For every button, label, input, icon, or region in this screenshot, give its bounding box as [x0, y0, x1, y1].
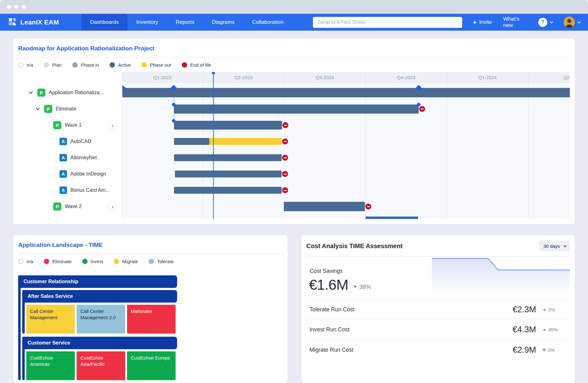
gantt-bar[interactable] — [209, 138, 282, 145]
gantt-bar[interactable] — [284, 202, 365, 211]
legend-dot-icon — [114, 259, 119, 264]
application-card-custechoe-americas[interactable]: CustEchoe Americas — [26, 351, 75, 380]
chevron-down-icon[interactable] — [29, 90, 33, 94]
cost-row-delta: 30% — [543, 327, 570, 332]
trend-up-icon — [543, 329, 546, 331]
cost-savings-delta: 38% — [353, 283, 371, 293]
landscape-legend: n/aEliminateInvestMigrateTolerate — [18, 254, 283, 268]
tab-inventory[interactable]: Inventory — [127, 14, 167, 31]
sort-button[interactable]: ↓ — [108, 120, 117, 130]
tree-row-autocad[interactable]: AAutoCAD — [18, 133, 122, 150]
avatar — [564, 17, 575, 28]
landscape-subgroup-customer-service: Customer ServiceCustEchoe AmericasCustEc… — [22, 337, 177, 380]
tab-diagrams[interactable]: Diagrams — [203, 14, 243, 31]
gantt-bar[interactable] — [174, 154, 282, 161]
legend-plan: Plan — [44, 62, 62, 68]
project-icon: P — [53, 202, 61, 211]
end-of-life-icon[interactable] — [419, 106, 425, 112]
chevron-down-icon — [564, 244, 567, 247]
legend-dot-icon — [18, 259, 23, 264]
legend-label: Phase in — [81, 62, 99, 68]
help-icon: ? — [538, 18, 547, 27]
legend-label: n/a — [27, 259, 33, 264]
gantt-bar[interactable] — [174, 187, 282, 194]
gantt-bar[interactable] — [175, 171, 282, 177]
window-control-dot[interactable] — [14, 5, 18, 9]
timeline-quarter: Q4-2023 — [397, 75, 415, 80]
search-wrap — [313, 17, 462, 28]
brand[interactable]: LeanIX EAM — [0, 18, 81, 27]
end-of-life-icon[interactable] — [282, 139, 288, 145]
legend-label: Invest — [91, 259, 103, 264]
legend-label: Migrate — [122, 259, 138, 264]
lower-panels: Application Landscape - TIME n/aEliminat… — [13, 235, 575, 383]
legend-label: End of life — [190, 62, 211, 68]
cost-rows: Tolerate Run Cost€2.3M2%Invest Run Cost€… — [306, 300, 570, 360]
period-select[interactable]: 30 days — [539, 241, 570, 251]
legend-label: Phase out — [150, 62, 171, 68]
user-menu[interactable] — [564, 17, 580, 28]
gantt-tree: PApplication Rationaliza...PEliminatePWa… — [18, 72, 122, 219]
tree-row-adobe-indesign[interactable]: AAdobe InDesign — [18, 166, 122, 182]
gantt-bar[interactable] — [122, 88, 570, 97]
whats-new-button[interactable]: What’s new — [503, 16, 527, 28]
tree-row-wave-1[interactable]: PWave 1↓ — [18, 117, 122, 133]
application-icon: A — [59, 154, 67, 161]
legend-eliminate: Eliminate — [44, 259, 72, 264]
gantt-chart: PApplication Rationaliza...PEliminatePWa… — [18, 72, 570, 219]
cost-title: Cost Analysis TIME Assessment — [306, 243, 403, 250]
application-card-call-center-management[interactable]: Call Center Management — [26, 305, 75, 334]
window-control-dot[interactable] — [7, 5, 11, 9]
end-of-life-icon[interactable] — [282, 155, 288, 161]
landscape-group-customer-relationship: Customer RelationshipAfter Sales Service… — [18, 275, 177, 380]
tree-label: AutoCAD — [70, 139, 91, 144]
roadmap-title[interactable]: Raodmap for Application Rationalization … — [18, 38, 570, 52]
milestone-start-icon[interactable] — [122, 85, 126, 91]
application-card-call-center-management-2-0[interactable]: Call Center Management 2.0 — [77, 305, 125, 334]
tree-row-application-rationaliza[interactable]: PApplication Rationaliza... — [18, 84, 122, 101]
nav-right: + Invite What’s new ? — [473, 16, 588, 28]
leanix-logo-icon — [8, 18, 17, 27]
period-value: 30 days — [543, 243, 560, 249]
invite-button[interactable]: + Invite — [473, 19, 492, 26]
invite-label: Invite — [479, 19, 492, 25]
tree-row-eliminate[interactable]: PEliminate — [18, 101, 122, 117]
sort-button[interactable]: ↓ — [108, 202, 117, 212]
subgroup-header[interactable]: Customer Service — [22, 337, 177, 349]
tree-row-bonus-card-am[interactable]: ABonus Card Am... — [18, 182, 122, 198]
subgroup-header[interactable]: After Sales Service — [22, 290, 177, 303]
tree-row-attorneynet[interactable]: AAttorneyNet — [18, 150, 122, 166]
tree-label: Application Rationaliza... — [49, 90, 104, 95]
legend-invest: Invest — [82, 259, 103, 264]
application-card-custechoe-europe[interactable]: CustEchoe Europe — [127, 351, 176, 380]
help-menu[interactable]: ? — [538, 18, 552, 27]
cost-row-value: €2.3M — [513, 305, 536, 314]
landscape-title[interactable]: Application Landscape - TIME — [18, 235, 283, 248]
tab-collaboration[interactable]: Collaboration — [243, 14, 292, 31]
gantt-bar[interactable] — [174, 121, 282, 130]
application-card-mailsnake[interactable]: Mailsnake — [127, 305, 176, 334]
tab-dashboards[interactable]: Dashboards — [81, 14, 128, 31]
gantt-row-wave-1 — [122, 117, 570, 133]
group-left-strip — [22, 337, 25, 380]
chevron-down-icon[interactable] — [36, 106, 40, 110]
gantt-bar[interactable] — [174, 138, 209, 145]
tab-reports[interactable]: Reports — [167, 14, 203, 31]
end-of-life-icon[interactable] — [282, 187, 288, 193]
top-navigation: LeanIX EAM DashboardsInventoryReportsDia… — [0, 14, 588, 31]
cost-row-delta: 0% — [543, 347, 570, 353]
end-of-life-icon[interactable] — [366, 204, 371, 210]
legend-migrate: Migrate — [114, 259, 138, 264]
tree-row-wave-2[interactable]: PWave 2↓ — [18, 198, 122, 215]
gantt-bar[interactable] — [174, 105, 419, 114]
application-icon: A — [59, 170, 67, 178]
roadmap-title-block: Raodmap for Application Rationalization … — [18, 38, 570, 58]
window-control-dot[interactable] — [22, 5, 26, 9]
end-of-life-icon[interactable] — [282, 171, 288, 177]
search-input[interactable] — [313, 17, 462, 28]
end-of-life-icon[interactable] — [283, 122, 289, 128]
cost-row-tolerate-run-cost: Tolerate Run Cost€2.3M2% — [306, 300, 570, 320]
cost-row-label: Migrate Run Cost — [309, 347, 353, 353]
application-card-custechoe-asia-pacific[interactable]: CustEchoe Asia/Pacific — [77, 351, 125, 380]
group-header[interactable]: Customer Relationship — [18, 275, 177, 288]
